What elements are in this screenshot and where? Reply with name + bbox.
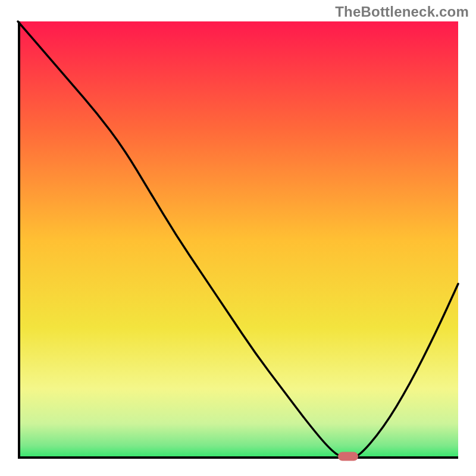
chart-frame: TheBottleneck.com xyxy=(0,0,476,476)
bottleneck-curve xyxy=(18,21,458,459)
y-axis xyxy=(18,21,20,459)
x-axis xyxy=(18,456,458,459)
minimum-marker xyxy=(338,452,358,461)
watermark-text: TheBottleneck.com xyxy=(335,4,469,20)
